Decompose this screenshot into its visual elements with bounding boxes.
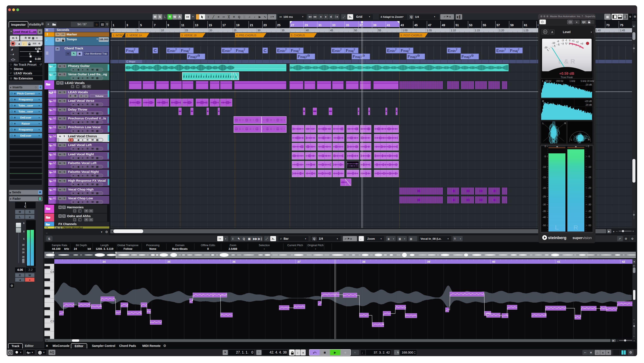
svg-text:1:05: 1:05 (427, 29, 432, 32)
svg-text:▶: ▶ (613, 339, 614, 342)
svg-text:+3: +3 (580, 42, 583, 45)
svg-text:38: 38 (362, 260, 366, 263)
svg-text:▩: ▩ (399, 237, 401, 240)
svg-text:2.5488: 2.5488 (228, 247, 237, 250)
svg-text:▼: ▼ (380, 238, 382, 240)
svg-text:Vocal In_08 (Le.: Vocal In_08 (Le. (420, 237, 441, 240)
svg-text:50: 50 (354, 29, 357, 32)
svg-text:⋋: ⋋ (272, 237, 274, 240)
svg-text:Q: Q (243, 237, 245, 240)
svg-text:Original Pitch: Original Pitch (308, 244, 324, 247)
svg-text:-: - (315, 247, 316, 250)
svg-text:3: VERSE 1B: 3: VERSE 1B (181, 34, 197, 37)
svg-text:10: 10 (161, 29, 164, 32)
svg-text:▣: ▣ (248, 237, 250, 240)
svg-text:-35: -35 (542, 210, 546, 212)
svg-text:+: + (633, 335, 634, 337)
svg-text:▶▶: ▶▶ (253, 237, 258, 240)
svg-text:1:00: 1:00 (402, 29, 408, 32)
svg-text:Selection: Selection (259, 244, 270, 247)
svg-text:Follow: Follow (124, 247, 132, 250)
svg-text:-1: -1 (565, 39, 567, 42)
svg-text:75: 75 (620, 24, 624, 27)
svg-text:supervision: supervision (572, 236, 592, 240)
svg-text:-40: -40 (588, 216, 591, 218)
svg-text:5: CHORUS: 5: CHORUS (291, 34, 305, 37)
svg-text:1: 1 (113, 24, 114, 27)
svg-text:25: 25 (234, 29, 236, 32)
svg-text:-20 dB: -20 dB (585, 104, 592, 106)
svg-text:C: C (154, 48, 157, 53)
svg-text:1:20: 1:20 (499, 29, 504, 32)
svg-text:+: + (632, 230, 634, 233)
svg-text:-20 dB: -20 dB (585, 83, 592, 86)
svg-text:◀: ◀ (112, 230, 113, 233)
svg-text:♩: ♩ (360, 237, 363, 240)
svg-text:#: # (280, 237, 282, 240)
svg-text:41: 41 (387, 24, 390, 27)
svg-text:4: PRE-CHORUS: 4: PRE-CHORUS (236, 34, 256, 37)
svg-text:▶❘: ▶❘ (258, 237, 263, 241)
svg-text:45: 45 (330, 29, 333, 32)
svg-text:13: 13 (195, 24, 198, 27)
svg-text:39: 39 (373, 24, 376, 27)
svg-text:17: 17 (222, 24, 226, 27)
svg-text:-25: -25 (542, 195, 546, 198)
svg-text:59: 59 (510, 24, 514, 27)
svg-text:▼: ▼ (447, 238, 449, 240)
svg-text:Q: Q (313, 237, 315, 240)
svg-text:◉: ◉ (388, 237, 390, 240)
svg-text:-35: -35 (588, 210, 591, 212)
svg-text:L: L (542, 122, 544, 125)
svg-text:-5: -5 (588, 155, 590, 158)
svg-text:25: 25 (277, 24, 280, 27)
svg-text:Master Bus Automation: Ins. 7: Master Bus Automation: Ins. 7 - SuperVis… (550, 15, 596, 18)
svg-text:21: 21 (250, 24, 253, 27)
svg-text:20: 20 (209, 29, 212, 32)
svg-text:A: A (551, 31, 553, 34)
svg-text:–: – (633, 322, 634, 324)
svg-text:▲: ▲ (633, 265, 635, 267)
svg-text:-: - (295, 247, 296, 250)
svg-text:23: 23 (264, 24, 267, 27)
svg-text:✎: ✎ (238, 237, 240, 240)
svg-text:33: 33 (332, 24, 336, 27)
svg-text:None: None (150, 247, 156, 250)
svg-text:▼: ▼ (576, 21, 578, 24)
svg-text:57: 57 (496, 24, 500, 27)
svg-text:⌄: ⌄ (633, 318, 635, 320)
svg-text:▼: ▼ (590, 31, 592, 33)
svg-text:⋅∕⋅ ⚑ e: ⋅∕⋅ ⚑ e (344, 237, 352, 240)
svg-text:True Peak: True Peak (560, 76, 573, 79)
svg-text:0: 0 (207, 247, 209, 250)
svg-text:L: L (542, 80, 544, 82)
svg-text:+1: +1 (572, 40, 575, 42)
svg-text:37: 37 (359, 24, 363, 27)
svg-text:55: 55 (378, 29, 381, 32)
svg-text:15: 15 (209, 24, 212, 27)
svg-text:+: + (634, 339, 635, 342)
svg-text:C: C (264, 48, 266, 53)
svg-text:47: 47 (428, 24, 432, 27)
svg-text:Offline Edits: Offline Edits (201, 244, 215, 247)
svg-text:C4: C4 (50, 270, 54, 273)
svg-text:35: 35 (346, 24, 349, 27)
svg-text:20 kHz: 20 kHz (587, 80, 594, 82)
svg-text:Current Pitch: Current Pitch (288, 244, 303, 247)
svg-text:R: R (573, 224, 578, 231)
svg-text:-50: -50 (588, 224, 591, 227)
svg-text:+2: +2 (576, 41, 579, 43)
svg-text:-30: -30 (588, 203, 591, 206)
svg-text:▼: ▼ (404, 238, 406, 240)
svg-text:-25: -25 (588, 195, 591, 198)
svg-text:C Major: C Major (126, 60, 136, 63)
svg-text:1:25: 1:25 (523, 29, 528, 32)
svg-text:-5: -5 (544, 155, 546, 158)
svg-text:L: L (555, 224, 559, 231)
svg-text:bit: bit (88, 247, 91, 250)
svg-text:39: 39 (427, 260, 430, 263)
svg-text:R: R (588, 138, 590, 141)
svg-text:1: INTRO: 1: INTRO (113, 34, 124, 37)
svg-text:27: 27 (291, 24, 294, 27)
svg-text:51: 51 (456, 24, 459, 27)
